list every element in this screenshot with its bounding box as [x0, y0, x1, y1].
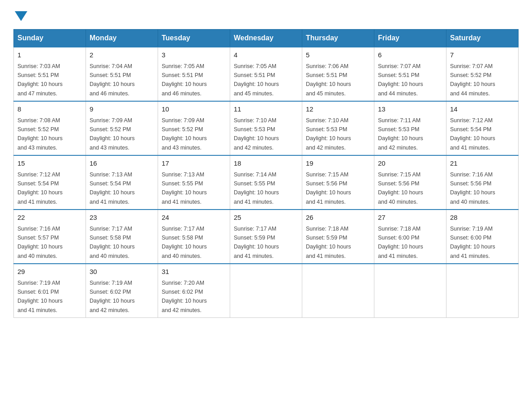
calendar-cell — [446, 264, 519, 318]
day-number: 27 — [378, 213, 442, 223]
day-number: 26 — [306, 213, 370, 223]
day-info: Sunrise: 7:12 AMSunset: 5:54 PMDaylight:… — [450, 117, 495, 151]
day-info: Sunrise: 7:12 AMSunset: 5:54 PMDaylight:… — [17, 171, 63, 205]
day-info: Sunrise: 7:07 AMSunset: 5:51 PMDaylight:… — [378, 63, 423, 97]
day-info: Sunrise: 7:18 AMSunset: 6:00 PMDaylight:… — [378, 226, 423, 259]
day-number: 1 — [17, 50, 82, 60]
calendar-cell: 5Sunrise: 7:06 AMSunset: 5:51 PMDaylight… — [302, 47, 374, 101]
weekday-header-wednesday: Wednesday — [230, 30, 302, 47]
calendar-cell: 15Sunrise: 7:12 AMSunset: 5:54 PMDayligh… — [14, 155, 86, 210]
day-info: Sunrise: 7:17 AMSunset: 5:58 PMDaylight:… — [162, 226, 207, 259]
day-info: Sunrise: 7:20 AMSunset: 6:02 PMDaylight:… — [162, 280, 207, 313]
day-info: Sunrise: 7:18 AMSunset: 5:59 PMDaylight:… — [306, 226, 351, 259]
calendar-cell: 30Sunrise: 7:19 AMSunset: 6:02 PMDayligh… — [86, 264, 158, 318]
day-info: Sunrise: 7:13 AMSunset: 5:54 PMDaylight:… — [90, 171, 135, 205]
calendar-cell: 24Sunrise: 7:17 AMSunset: 5:58 PMDayligh… — [158, 210, 230, 264]
day-number: 6 — [378, 50, 442, 60]
calendar-cell: 20Sunrise: 7:15 AMSunset: 5:56 PMDayligh… — [374, 155, 446, 210]
day-number: 3 — [162, 50, 226, 60]
day-info: Sunrise: 7:08 AMSunset: 5:52 PMDaylight:… — [17, 117, 63, 151]
day-info: Sunrise: 7:19 AMSunset: 6:01 PMDaylight:… — [17, 280, 63, 313]
calendar-week-row: 8Sunrise: 7:08 AMSunset: 5:52 PMDaylight… — [14, 101, 519, 155]
day-number: 7 — [450, 50, 515, 60]
day-number: 11 — [234, 104, 298, 115]
day-info: Sunrise: 7:15 AMSunset: 5:56 PMDaylight:… — [378, 171, 423, 205]
day-info: Sunrise: 7:11 AMSunset: 5:53 PMDaylight:… — [378, 117, 423, 151]
day-info: Sunrise: 7:16 AMSunset: 5:57 PMDaylight:… — [17, 226, 63, 259]
calendar-cell: 1Sunrise: 7:03 AMSunset: 5:51 PMDaylight… — [14, 47, 86, 101]
weekday-header-row: SundayMondayTuesdayWednesdayThursdayFrid… — [14, 30, 519, 47]
day-number: 17 — [162, 158, 226, 169]
calendar-cell — [230, 264, 302, 318]
calendar-cell: 3Sunrise: 7:05 AMSunset: 5:51 PMDaylight… — [158, 47, 230, 101]
calendar-cell: 26Sunrise: 7:18 AMSunset: 5:59 PMDayligh… — [302, 210, 374, 264]
calendar-cell: 7Sunrise: 7:07 AMSunset: 5:52 PMDaylight… — [446, 47, 519, 101]
calendar-week-row: 22Sunrise: 7:16 AMSunset: 5:57 PMDayligh… — [14, 210, 519, 264]
day-info: Sunrise: 7:15 AMSunset: 5:56 PMDaylight:… — [306, 171, 351, 205]
day-info: Sunrise: 7:06 AMSunset: 5:51 PMDaylight:… — [306, 63, 351, 97]
calendar-week-row: 15Sunrise: 7:12 AMSunset: 5:54 PMDayligh… — [14, 155, 519, 210]
day-number: 13 — [378, 104, 442, 115]
calendar-cell: 13Sunrise: 7:11 AMSunset: 5:53 PMDayligh… — [374, 101, 446, 155]
logo-triangle-icon — [15, 11, 27, 21]
day-info: Sunrise: 7:13 AMSunset: 5:55 PMDaylight:… — [162, 171, 207, 205]
calendar-cell: 14Sunrise: 7:12 AMSunset: 5:54 PMDayligh… — [446, 101, 519, 155]
day-info: Sunrise: 7:14 AMSunset: 5:55 PMDaylight:… — [234, 171, 279, 205]
day-info: Sunrise: 7:19 AMSunset: 6:00 PMDaylight:… — [450, 226, 495, 259]
weekday-header-saturday: Saturday — [446, 30, 519, 47]
calendar-cell: 17Sunrise: 7:13 AMSunset: 5:55 PMDayligh… — [158, 155, 230, 210]
day-number: 21 — [450, 158, 515, 169]
day-info: Sunrise: 7:05 AMSunset: 5:51 PMDaylight:… — [234, 63, 279, 97]
calendar-cell: 8Sunrise: 7:08 AMSunset: 5:52 PMDaylight… — [14, 101, 86, 155]
day-number: 12 — [306, 104, 370, 115]
calendar-cell: 19Sunrise: 7:15 AMSunset: 5:56 PMDayligh… — [302, 155, 374, 210]
day-info: Sunrise: 7:03 AMSunset: 5:51 PMDaylight:… — [17, 63, 63, 97]
weekday-header-tuesday: Tuesday — [158, 30, 230, 47]
calendar-cell — [374, 264, 446, 318]
day-number: 19 — [306, 158, 370, 169]
calendar-table: SundayMondayTuesdayWednesdayThursdayFrid… — [13, 29, 519, 318]
calendar-cell: 22Sunrise: 7:16 AMSunset: 5:57 PMDayligh… — [14, 210, 86, 264]
logo — [13, 9, 27, 20]
day-number: 15 — [17, 158, 82, 169]
day-info: Sunrise: 7:17 AMSunset: 5:58 PMDaylight:… — [90, 226, 135, 259]
calendar-cell: 4Sunrise: 7:05 AMSunset: 5:51 PMDaylight… — [230, 47, 302, 101]
day-number: 16 — [90, 158, 154, 169]
day-info: Sunrise: 7:10 AMSunset: 5:53 PMDaylight:… — [306, 117, 351, 151]
day-number: 30 — [90, 267, 154, 277]
calendar-cell: 10Sunrise: 7:09 AMSunset: 5:52 PMDayligh… — [158, 101, 230, 155]
day-number: 25 — [234, 213, 298, 223]
day-info: Sunrise: 7:17 AMSunset: 5:59 PMDaylight:… — [234, 226, 279, 259]
calendar-cell: 18Sunrise: 7:14 AMSunset: 5:55 PMDayligh… — [230, 155, 302, 210]
day-info: Sunrise: 7:09 AMSunset: 5:52 PMDaylight:… — [90, 117, 135, 151]
day-number: 24 — [162, 213, 226, 223]
calendar-cell: 31Sunrise: 7:20 AMSunset: 6:02 PMDayligh… — [158, 264, 230, 318]
weekday-header-friday: Friday — [374, 30, 446, 47]
day-number: 29 — [17, 267, 82, 277]
day-number: 23 — [90, 213, 154, 223]
day-number: 31 — [162, 267, 226, 277]
calendar-cell: 23Sunrise: 7:17 AMSunset: 5:58 PMDayligh… — [86, 210, 158, 264]
day-number: 14 — [450, 104, 515, 115]
calendar-cell: 12Sunrise: 7:10 AMSunset: 5:53 PMDayligh… — [302, 101, 374, 155]
calendar-week-row: 1Sunrise: 7:03 AMSunset: 5:51 PMDaylight… — [14, 47, 519, 101]
calendar-cell: 9Sunrise: 7:09 AMSunset: 5:52 PMDaylight… — [86, 101, 158, 155]
day-number: 22 — [17, 213, 82, 223]
day-number: 9 — [90, 104, 154, 115]
day-info: Sunrise: 7:10 AMSunset: 5:53 PMDaylight:… — [234, 117, 279, 151]
calendar-cell: 27Sunrise: 7:18 AMSunset: 6:00 PMDayligh… — [374, 210, 446, 264]
day-number: 10 — [162, 104, 226, 115]
calendar-cell: 21Sunrise: 7:16 AMSunset: 5:56 PMDayligh… — [446, 155, 519, 210]
day-number: 2 — [90, 50, 154, 60]
day-number: 20 — [378, 158, 442, 169]
day-info: Sunrise: 7:19 AMSunset: 6:02 PMDaylight:… — [90, 280, 135, 313]
calendar-cell: 11Sunrise: 7:10 AMSunset: 5:53 PMDayligh… — [230, 101, 302, 155]
day-number: 8 — [17, 104, 82, 115]
day-info: Sunrise: 7:16 AMSunset: 5:56 PMDaylight:… — [450, 171, 495, 205]
day-info: Sunrise: 7:04 AMSunset: 5:51 PMDaylight:… — [90, 63, 135, 97]
day-number: 18 — [234, 158, 298, 169]
weekday-header-sunday: Sunday — [14, 30, 86, 47]
day-info: Sunrise: 7:09 AMSunset: 5:52 PMDaylight:… — [162, 117, 207, 151]
calendar-cell: 29Sunrise: 7:19 AMSunset: 6:01 PMDayligh… — [14, 264, 86, 318]
calendar-cell: 16Sunrise: 7:13 AMSunset: 5:54 PMDayligh… — [86, 155, 158, 210]
